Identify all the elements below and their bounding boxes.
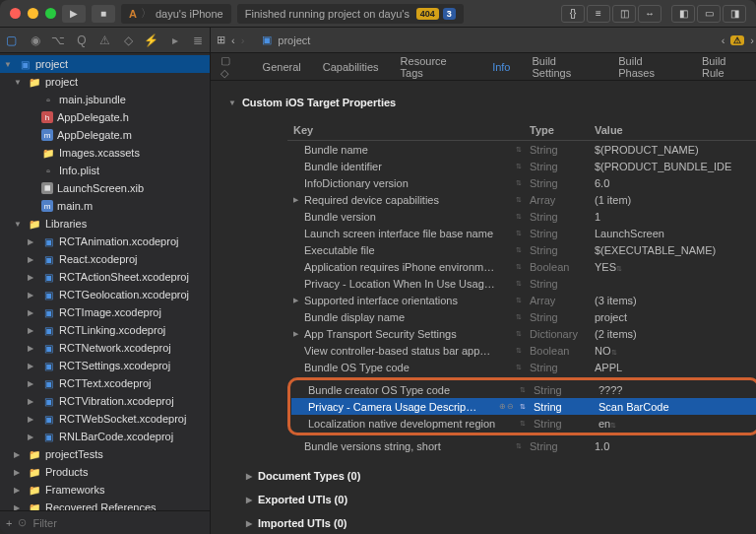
stepper-icon[interactable]: ⇅ <box>611 349 617 356</box>
tree-group[interactable]: ▶📁Recovered References <box>0 499 210 510</box>
plist-row[interactable]: Localization native development region⇅ … <box>291 415 756 432</box>
stop-button[interactable]: ■ <box>92 5 115 23</box>
plist-value[interactable]: NO⇅ <box>589 345 756 357</box>
stepper-icon[interactable]: ⇅ <box>514 146 524 154</box>
back-button[interactable]: ‹ <box>231 34 235 46</box>
tree-item[interactable]: ▶▣RCTWebSocket.xcodeproj <box>0 410 210 428</box>
issue-navigator-tab[interactable]: ⚠ <box>97 33 113 47</box>
tree-item[interactable]: mmain.m <box>0 197 210 215</box>
plist-row[interactable]: Bundle display name⇅ String project <box>287 308 756 325</box>
breakpoint-navigator-tab[interactable]: ▸ <box>167 33 183 47</box>
plist-row[interactable]: Executable file⇅ String $(EXECUTABLE_NAM… <box>287 241 756 258</box>
next-issue-button[interactable]: › <box>750 34 754 46</box>
plist-row[interactable]: Launch screen interface file base name⇅ … <box>287 225 756 241</box>
tree-item[interactable]: ▶▣RCTSettings.xcodeproj <box>0 357 210 374</box>
stepper-icon[interactable]: ⇅ <box>514 213 524 221</box>
plist-row[interactable]: Application requires iPhone environm…⇅ B… <box>287 258 756 275</box>
stepper-icon[interactable]: ⇅ <box>514 280 524 288</box>
stepper-icon[interactable]: ⇅ <box>514 246 524 254</box>
plist-value[interactable]: (1 item) <box>589 194 756 206</box>
stepper-icon[interactable]: ⇅ <box>514 230 524 237</box>
plist-row[interactable]: ▶App Transport Security Settings⇅ Dictio… <box>287 325 756 342</box>
tree-item[interactable]: ▶▣RCTLinking.xcodeproj <box>0 321 210 339</box>
prev-issue-button[interactable]: ‹ <box>722 34 725 46</box>
tree-item[interactable]: ▫main.jsbundle <box>0 91 210 108</box>
stepper-icon[interactable]: ⇅ <box>518 403 528 411</box>
tree-group[interactable]: ▶📁Frameworks <box>0 481 210 499</box>
tree-item[interactable]: mAppDelegate.m <box>0 126 210 144</box>
tab-build-phases[interactable]: Build Phases <box>618 55 680 79</box>
project-navigator-tab[interactable]: ▢ <box>4 33 20 47</box>
plist-row[interactable]: Privacy - Location When In Use Usag…⇅ St… <box>287 275 756 292</box>
jump-bar[interactable]: ⊞ ‹ › ▣ project ‹ ⚠ › <box>211 28 756 53</box>
tree-item[interactable]: 📁Images.xcassets <box>0 144 210 162</box>
imported-utis-header[interactable]: ▶Imported UTIs (0) <box>228 511 756 534</box>
toggle-inspector-button[interactable]: ◨ <box>723 5 746 23</box>
minimize-window-button[interactable] <box>28 8 38 19</box>
plist-row[interactable]: InfoDictionary version⇅ String 6.0 <box>287 174 756 191</box>
tree-item[interactable]: ▶▣RCTGeolocation.xcodeproj <box>0 286 210 303</box>
plist-row[interactable]: ▶Required device capabilities⇅ Array (1 … <box>287 191 756 208</box>
plist-value[interactable]: project <box>589 311 756 323</box>
stepper-icon[interactable]: ⇅ <box>514 313 524 321</box>
tab-capabilities[interactable]: Capabilities <box>323 61 379 73</box>
related-items-button[interactable]: ⊞ <box>217 33 225 46</box>
stepper-icon[interactable]: ⇅ <box>514 263 524 271</box>
tree-item[interactable]: ▶▣RCTVibration.xcodeproj <box>0 392 210 410</box>
warning-badge[interactable]: 404 <box>416 8 439 20</box>
tree-item[interactable]: ▶▣RCTText.xcodeproj <box>0 374 210 392</box>
plist-value[interactable]: YES⇅ <box>589 261 756 273</box>
tab-info[interactable]: Info <box>492 61 510 73</box>
plist-value[interactable]: Scan BarCode <box>593 401 756 413</box>
forward-button[interactable]: › <box>241 34 245 46</box>
stepper-icon[interactable]: ⇅ <box>514 364 524 371</box>
code-review-button[interactable]: {} <box>561 5 585 23</box>
tree-group[interactable]: ▼📁Libraries <box>0 215 210 233</box>
scheme-selector[interactable]: A 〉 dayu's iPhone <box>121 4 231 24</box>
tree-item[interactable]: ▶▣RCTImage.xcodeproj <box>0 303 210 321</box>
project-root[interactable]: ▼▣project <box>0 55 210 73</box>
run-button[interactable]: ▶ <box>62 5 86 23</box>
stepper-icon[interactable]: ⇅ <box>610 422 616 429</box>
stepper-icon[interactable]: ⇅ <box>518 386 528 394</box>
info-badge[interactable]: 3 <box>443 8 456 20</box>
plist-row[interactable]: Privacy - Camera Usage Descrip…⊕⊖⇅ Strin… <box>291 398 756 415</box>
plist-value[interactable]: (3 items) <box>589 295 756 306</box>
stepper-icon[interactable]: ⇅ <box>514 179 524 187</box>
plist-row[interactable]: ▶Supported interface orientations⇅ Array… <box>287 292 756 308</box>
stepper-icon[interactable]: ⇅ <box>518 420 528 428</box>
editor-version-button[interactable]: ↔ <box>638 5 662 23</box>
plist-value[interactable]: 6.0 <box>589 177 756 189</box>
tab-build-rules[interactable]: Build Rule <box>702 55 750 79</box>
plist-row[interactable]: Bundle OS Type code⇅ String APPL <box>287 359 756 375</box>
tree-item[interactable]: ▶▣React.xcodeproj <box>0 250 210 268</box>
target-popup[interactable]: ▢ ◇ <box>220 54 241 80</box>
plist-row[interactable]: View controller-based status bar app…⇅ B… <box>287 342 756 359</box>
filter-input[interactable] <box>32 517 204 529</box>
stepper-icon[interactable]: ⇅ <box>514 297 524 304</box>
report-navigator-tab[interactable]: ≣ <box>190 33 206 47</box>
close-window-button[interactable] <box>10 8 21 19</box>
plist-row[interactable]: Bundle version⇅ String 1 <box>287 208 756 225</box>
tree-item[interactable]: ▶▣RNLBarCode.xcodeproj <box>0 428 210 445</box>
tree-item[interactable]: ▶▣RCTActionSheet.xcodeproj <box>0 268 210 286</box>
document-types-header[interactable]: ▶Document Types (0) <box>228 464 756 488</box>
plist-value[interactable]: $(EXECUTABLE_NAME) <box>589 244 756 256</box>
test-navigator-tab[interactable]: ◇ <box>120 33 136 47</box>
plus-minus-icons[interactable]: ⊕⊖ <box>499 402 515 411</box>
plist-value[interactable]: 1.0 <box>589 440 756 452</box>
plist-table[interactable]: Key Type Value Bundle name⇅ String $(PRO… <box>287 120 756 454</box>
file-tree[interactable]: ▼▣project▼📁project▫main.jsbundlehAppDele… <box>0 53 210 510</box>
plist-row[interactable]: Bundle identifier⇅ String $(PRODUCT_BUND… <box>287 158 756 174</box>
tree-group[interactable]: ▶📁projectTests <box>0 445 210 463</box>
tree-item[interactable]: ▦LaunchScreen.xib <box>0 179 210 197</box>
editor-standard-button[interactable]: ≡ <box>587 5 610 23</box>
plist-value[interactable]: (2 items) <box>589 328 756 340</box>
stepper-icon[interactable]: ⇅ <box>514 442 524 450</box>
plist-value[interactable]: 1 <box>589 211 756 223</box>
zoom-window-button[interactable] <box>45 8 56 19</box>
plist-row[interactable]: Bundle creator OS Type code⇅ String ???? <box>291 381 756 398</box>
source-control-tab[interactable]: ◉ <box>28 33 43 47</box>
plist-row[interactable]: Bundle versions string, short⇅ String 1.… <box>287 437 756 454</box>
tree-item[interactable]: ▶▣RCTNetwork.xcodeproj <box>0 339 210 357</box>
